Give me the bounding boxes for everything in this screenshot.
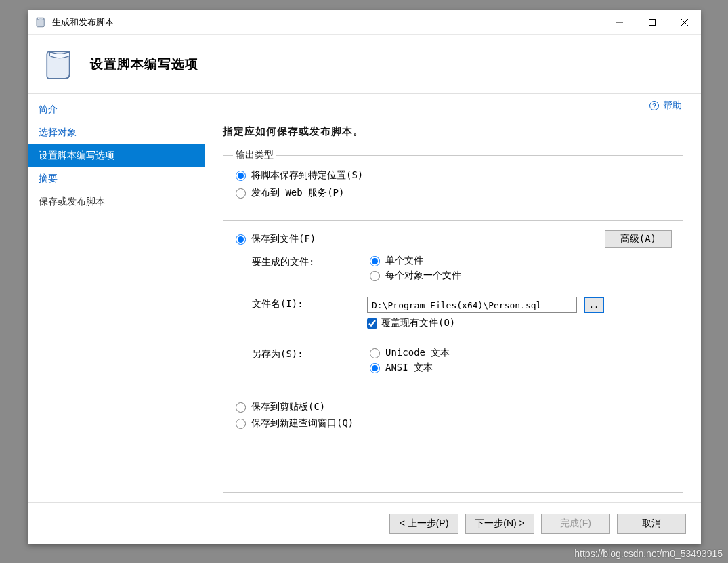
radio-ansi-text[interactable]: ANSI 文本 <box>367 362 672 374</box>
filename-label: 文件名(I): <box>252 297 367 310</box>
radio-file-per-object[interactable]: 每个对象一个文件 <box>367 270 672 282</box>
maximize-button[interactable] <box>636 10 668 35</box>
page-title: 设置脚本编写选项 <box>90 56 198 73</box>
window-title: 生成和发布脚本 <box>52 16 603 28</box>
wizard-sidebar: 简介 选择对象 设置脚本编写选项 摘要 保存或发布脚本 <box>28 94 205 502</box>
close-button[interactable] <box>668 10 701 35</box>
save-details-box: 保存到文件(F) 高级(A) 要生成的文件: 单个文件 <box>223 220 683 493</box>
radio-ansi-text-input[interactable] <box>370 363 380 373</box>
radio-single-file[interactable]: 单个文件 <box>367 255 672 267</box>
radio-unicode-text[interactable]: Unicode 文本 <box>367 347 672 359</box>
finish-button: 完成(F) <box>541 514 610 534</box>
wizard-body: 简介 选择对象 设置脚本编写选项 摘要 保存或发布脚本 ? 帮助 指定应如何保存… <box>28 94 701 502</box>
content-pane: ? 帮助 指定应如何保存或发布脚本。 输出类型 将脚本保存到特定位置(S) 发布… <box>205 94 701 502</box>
wizard-dialog: 生成和发布脚本 设置脚本编写选项 简介 选择对象 设置脚本编写选项 摘要 保存或… <box>28 10 701 544</box>
sidebar-item-save-publish: 保存或发布脚本 <box>28 190 205 213</box>
output-type-group: 输出类型 将脚本保存到特定位置(S) 发布到 Web 服务(P) <box>223 149 683 209</box>
radio-publish-web-input[interactable] <box>236 188 246 199</box>
svg-rect-1 <box>649 19 656 25</box>
output-type-legend: 输出类型 <box>233 149 276 161</box>
minimize-button[interactable] <box>603 10 636 35</box>
cancel-button[interactable]: 取消 <box>617 514 686 534</box>
radio-save-location[interactable]: 将脚本保存到特定位置(S) <box>233 167 673 184</box>
save-as-label: 另存为(S): <box>252 347 367 360</box>
sidebar-item-intro[interactable]: 简介 <box>28 98 205 121</box>
next-button[interactable]: 下一步(N) > <box>465 514 534 534</box>
help-label: 帮助 <box>663 100 682 112</box>
overwrite-checkbox-row[interactable]: 覆盖现有文件(O) <box>367 317 672 329</box>
radio-save-to-file-input[interactable] <box>236 234 246 245</box>
radio-single-file-input[interactable] <box>370 256 380 266</box>
radio-new-query-window-input[interactable] <box>236 419 246 429</box>
radio-save-to-file[interactable]: 保存到文件(F) <box>233 233 316 245</box>
watermark-text: https://blog.csdn.net/m0_53493915 <box>574 548 723 559</box>
help-link[interactable]: ? 帮助 <box>649 100 682 112</box>
previous-button[interactable]: < 上一步(P) <box>389 514 458 534</box>
sidebar-item-scripting-options[interactable]: 设置脚本编写选项 <box>28 144 205 167</box>
app-icon <box>35 16 47 28</box>
radio-new-query-window[interactable]: 保存到新建查询窗口(Q) <box>233 417 672 430</box>
radio-save-clipboard[interactable]: 保存到剪贴板(C) <box>233 401 672 413</box>
help-icon: ? <box>649 101 659 110</box>
radio-save-clipboard-input[interactable] <box>236 402 246 413</box>
overwrite-checkbox[interactable] <box>367 318 377 329</box>
radio-save-location-input[interactable] <box>236 171 246 181</box>
radio-unicode-text-input[interactable] <box>370 348 380 358</box>
titlebar: 生成和发布脚本 <box>28 10 701 35</box>
advanced-button[interactable]: 高级(A) <box>605 230 672 248</box>
browse-button[interactable]: .. <box>584 297 604 313</box>
wizard-header: 设置脚本编写选项 <box>28 35 701 94</box>
radio-publish-web[interactable]: 发布到 Web 服务(P) <box>233 184 673 202</box>
wizard-footer: < 上一步(P) 下一步(N) > 完成(F) 取消 <box>28 502 701 544</box>
files-to-generate-label: 要生成的文件: <box>252 255 367 268</box>
sidebar-item-summary[interactable]: 摘要 <box>28 167 205 190</box>
radio-file-per-object-input[interactable] <box>370 271 380 281</box>
script-icon <box>43 47 77 81</box>
filename-input[interactable] <box>367 297 577 313</box>
page-instruction: 指定应如何保存或发布脚本。 <box>223 125 683 138</box>
sidebar-item-choose-objects[interactable]: 选择对象 <box>28 121 205 144</box>
